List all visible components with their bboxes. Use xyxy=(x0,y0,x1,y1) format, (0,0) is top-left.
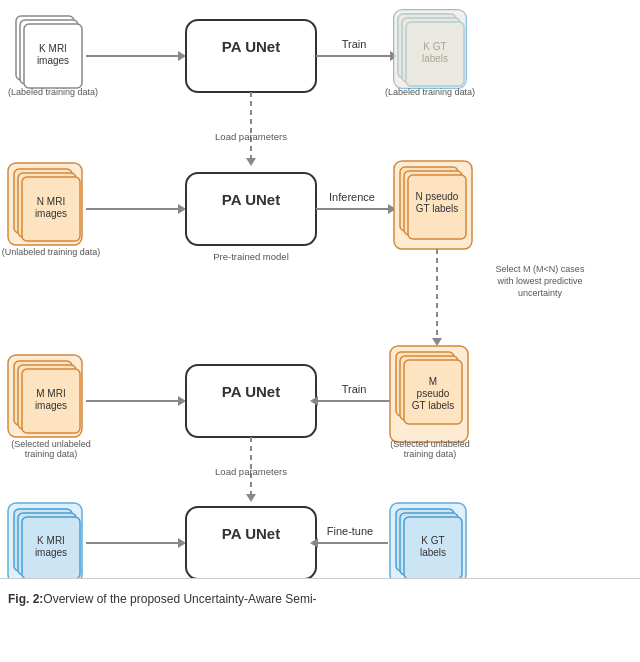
svg-rect-43 xyxy=(400,167,458,231)
svg-rect-55 xyxy=(14,361,72,425)
svg-rect-54 xyxy=(8,355,82,437)
svg-rect-0 xyxy=(16,16,74,80)
svg-rect-56 xyxy=(18,365,76,429)
svg-text:pseudo: pseudo xyxy=(417,388,450,399)
svg-text:PA UNet: PA UNet xyxy=(222,525,280,542)
svg-rect-89 xyxy=(186,507,316,579)
svg-text:M: M xyxy=(429,376,437,387)
svg-rect-28 xyxy=(8,163,82,245)
svg-marker-65 xyxy=(310,396,318,406)
svg-rect-82 xyxy=(14,509,72,571)
svg-text:Fine-tune: Fine-tune xyxy=(327,525,373,537)
svg-rect-15 xyxy=(394,10,466,88)
svg-marker-35 xyxy=(178,204,186,214)
svg-rect-68 xyxy=(396,352,454,416)
svg-text:training data): training data) xyxy=(25,449,78,459)
svg-text:with lowest predictive: with lowest predictive xyxy=(496,276,582,286)
svg-marker-50 xyxy=(432,338,442,346)
diagram-container: K MRI images PA UNet Train K GT labels (… xyxy=(0,0,640,620)
svg-text:N pseudo: N pseudo xyxy=(416,191,459,202)
fig-label: Fig. 2: xyxy=(8,591,43,608)
svg-text:GT labels: GT labels xyxy=(412,400,455,411)
svg-text:Pre-trained model: Pre-trained model xyxy=(213,251,289,262)
svg-text:images: images xyxy=(35,547,67,558)
svg-text:images: images xyxy=(37,55,69,66)
svg-rect-12 xyxy=(398,14,456,78)
svg-marker-40 xyxy=(388,204,396,214)
svg-text:(Selected unlabeled: (Selected unlabeled xyxy=(11,439,91,449)
svg-text:PA UNet: PA UNet xyxy=(222,191,280,208)
svg-marker-6 xyxy=(178,51,186,61)
svg-rect-57 xyxy=(22,369,80,433)
svg-rect-31 xyxy=(22,177,80,241)
svg-text:labels: labels xyxy=(420,547,446,558)
svg-text:PA UNet: PA UNet xyxy=(222,38,280,55)
svg-rect-16 xyxy=(394,10,466,88)
svg-text:Select M (M<N) cases: Select M (M<N) cases xyxy=(496,264,585,274)
svg-rect-83 xyxy=(18,513,76,575)
svg-text:labels: labels xyxy=(422,53,448,64)
svg-text:images: images xyxy=(35,208,67,219)
svg-rect-13 xyxy=(402,18,460,82)
svg-marker-88 xyxy=(178,538,186,548)
svg-text:Load parameters: Load parameters xyxy=(215,131,287,142)
svg-marker-79 xyxy=(246,494,256,502)
svg-text:K GT: K GT xyxy=(421,535,444,546)
svg-marker-61 xyxy=(178,396,186,406)
svg-rect-14 xyxy=(406,22,464,86)
svg-rect-1 xyxy=(20,20,78,84)
svg-text:Train: Train xyxy=(342,383,367,395)
svg-rect-98 xyxy=(404,517,462,579)
svg-text:K GT: K GT xyxy=(423,41,446,52)
svg-text:Load parameters: Load parameters xyxy=(215,466,287,477)
svg-rect-84 xyxy=(22,517,80,579)
svg-text:K MRI: K MRI xyxy=(37,535,65,546)
svg-rect-18 xyxy=(402,18,460,82)
svg-rect-42 xyxy=(394,161,472,249)
svg-marker-10 xyxy=(390,51,398,61)
svg-marker-93 xyxy=(310,538,318,548)
svg-rect-81 xyxy=(8,503,82,583)
svg-text:Train: Train xyxy=(342,38,367,50)
svg-rect-36 xyxy=(186,173,316,245)
svg-text:(Unlabeled training data): (Unlabeled training data) xyxy=(2,247,101,257)
svg-text:training data): training data) xyxy=(404,449,457,459)
svg-rect-69 xyxy=(400,356,458,420)
svg-text:(Selected unlabeled: (Selected unlabeled xyxy=(390,439,470,449)
svg-marker-25 xyxy=(246,158,256,166)
svg-rect-67 xyxy=(390,346,468,442)
svg-rect-7 xyxy=(186,20,316,92)
svg-rect-2 xyxy=(24,24,82,88)
svg-rect-29 xyxy=(14,169,72,233)
svg-rect-62 xyxy=(186,365,316,437)
svg-rect-70 xyxy=(404,360,462,424)
svg-text:(Labeled training data): (Labeled training data) xyxy=(385,87,475,97)
svg-text:Inference: Inference xyxy=(329,191,375,203)
svg-text:uncertainty: uncertainty xyxy=(518,288,563,298)
svg-rect-96 xyxy=(396,509,454,571)
svg-text:N MRI: N MRI xyxy=(37,196,65,207)
svg-rect-19 xyxy=(406,22,464,86)
fig-text: Overview of the proposed Uncertainty-Awa… xyxy=(43,591,316,608)
figure-caption: Fig. 2: Overview of the proposed Uncerta… xyxy=(0,578,640,620)
svg-rect-17 xyxy=(398,14,456,78)
svg-rect-30 xyxy=(18,173,76,237)
svg-text:(Labeled training data): (Labeled training data) xyxy=(8,87,98,97)
svg-rect-97 xyxy=(400,513,458,575)
svg-rect-27 xyxy=(394,10,466,88)
svg-rect-44 xyxy=(404,171,462,235)
svg-text:PA UNet: PA UNet xyxy=(222,383,280,400)
svg-rect-95 xyxy=(390,503,466,583)
svg-text:GT labels: GT labels xyxy=(416,203,459,214)
svg-text:images: images xyxy=(35,400,67,411)
svg-rect-45 xyxy=(408,175,466,239)
svg-text:K MRI: K MRI xyxy=(39,43,67,54)
svg-text:M MRI: M MRI xyxy=(36,388,65,399)
